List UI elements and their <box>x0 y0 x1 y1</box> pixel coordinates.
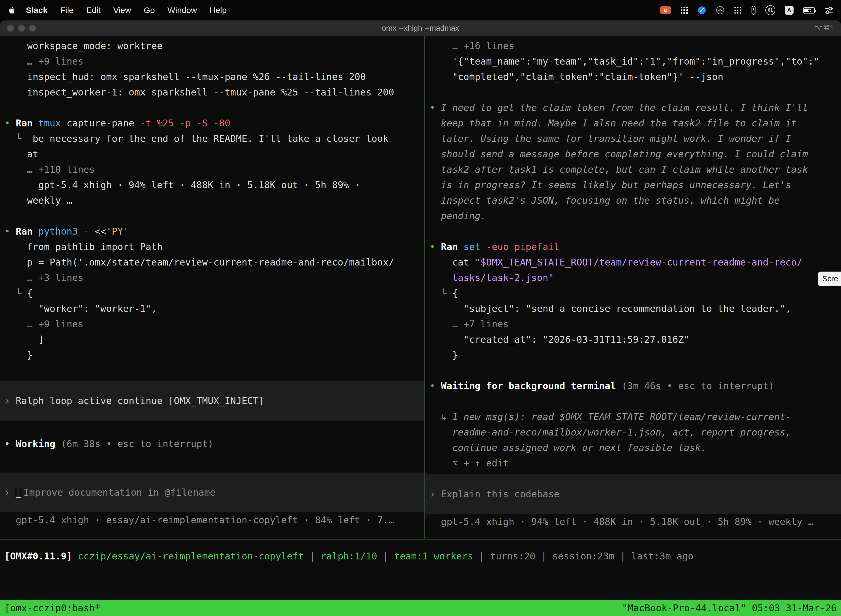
terminal-line <box>429 224 841 239</box>
window-titlebar: omx --xhigh --madmax ⌥⌘1 <box>0 21 841 36</box>
menu-edit[interactable]: Edit <box>86 6 101 15</box>
terminal-line <box>429 363 841 378</box>
apple-menu[interactable] <box>8 6 17 15</box>
terminal-line <box>429 393 841 409</box>
menu-view[interactable]: View <box>113 6 131 15</box>
terminal-line: … +110 lines <box>4 162 424 177</box>
terminal-line: tasks/task-2.json" <box>429 270 841 285</box>
terminal-line: at <box>4 146 424 162</box>
zoom-button[interactable] <box>29 25 36 31</box>
terminal-line: "created_at": "2026-03-31T11:59:27.816Z" <box>429 332 841 347</box>
terminal-line: └ be necessary for the end of the README… <box>4 131 424 146</box>
tmux-host-and-clock: "MacBook-Pro-44.local" 05:03 31-Mar-26 <box>622 603 837 613</box>
close-button[interactable] <box>7 25 14 31</box>
tmux-panes: workspace_mode: worktree … +9 lines insp… <box>0 36 841 539</box>
tmux-pane-left[interactable]: workspace_mode: worktree … +9 lines insp… <box>0 36 424 539</box>
screenshot-tooltip: Scre <box>818 271 841 286</box>
menu-help[interactable]: Help <box>210 6 227 15</box>
terminal-line: continue assigned work or next feasible … <box>429 440 841 455</box>
terminal-line <box>4 421 424 436</box>
terminal-line: inspect task2's JSON, focusing on the st… <box>429 193 841 208</box>
terminal-line <box>429 84 841 100</box>
terminal-line: • Ran tmux capture-pane -t %25 -p -S -80 <box>4 115 424 131</box>
blue-app-icon[interactable] <box>697 6 706 15</box>
terminal-line <box>4 363 424 378</box>
terminal-line: later. Using the same for transition mig… <box>429 131 841 146</box>
terminal-line: p = Path('.omx/state/team/review-current… <box>4 254 424 270</box>
tmux-status-bar: [omx-cczip0:bash* "MacBook-Pro-44.local"… <box>0 600 841 616</box>
terminal-line: • Ran set -euo pipefail <box>429 239 841 254</box>
dots-grid-icon[interactable] <box>734 6 742 14</box>
terminal-line: is in progress? It seems likely but perh… <box>429 177 841 193</box>
left-prompt-band[interactable]: › Improve documentation in @filename <box>0 472 424 512</box>
terminal-line: • Ran python3 - <<'PY' <box>4 224 424 239</box>
terminal-line: pending. <box>429 208 841 224</box>
dark-app-icon[interactable] <box>716 6 725 15</box>
terminal-line: • Working (6m 38s • esc to interrupt) <box>4 436 424 452</box>
terminal-line: ] <box>4 332 424 347</box>
terminal-line: gpt-5.4 xhigh · 94% left · 488K in · 5.1… <box>4 177 424 193</box>
terminal-line: • I need to get the claim token from the… <box>429 100 841 115</box>
terminal-line: } <box>429 347 841 363</box>
left-input-band[interactable]: › Ralph loop active continue [OMX_TMUX_I… <box>0 381 424 421</box>
right-prompt-band[interactable]: › Explain this codebase <box>425 474 841 514</box>
terminal-line: cat "$OMX_TEAM_STATE_ROOT/team/review-cu… <box>429 254 841 270</box>
terminal-line: • Waiting for background terminal (3m 46… <box>429 378 841 393</box>
terminal-line: … +7 lines <box>429 316 841 332</box>
app-menus: SlackFileEditViewGoWindowHelp <box>26 6 227 15</box>
menu-window[interactable]: Window <box>167 6 197 15</box>
input-source-icon[interactable]: A <box>785 6 794 15</box>
terminal-line <box>4 208 424 224</box>
menu-file[interactable]: File <box>60 6 73 15</box>
menu-bar-status-icons: 61 A <box>660 5 833 15</box>
tmux-pane-right[interactable]: … +16 lines '{"team_name":"my-team","tas… <box>425 36 841 539</box>
terminal-line: … +9 lines <box>4 316 424 332</box>
window-title: omx --xhigh --madmax <box>382 24 459 32</box>
terminal-line: gpt-5.4 xhigh · essay/ai-reimplementatio… <box>4 512 424 528</box>
terminal-line: ⌥ + ↑ edit <box>429 455 841 471</box>
panes-bottom-border <box>0 539 841 540</box>
terminal-line: … +16 lines <box>429 38 841 54</box>
terminal-line: … +3 lines <box>4 270 424 285</box>
keypad-icon[interactable] <box>680 6 688 14</box>
terminal-line <box>4 452 424 467</box>
terminal-line: keep that in mind. Maybe I also need the… <box>429 115 841 131</box>
terminal-line: workspace_mode: worktree <box>4 38 424 54</box>
apple-icon <box>8 6 16 14</box>
menu-bar: SlackFileEditViewGoWindowHelp 61 A <box>0 0 841 21</box>
menu-go[interactable]: Go <box>144 6 155 15</box>
terminal-line: └ { <box>429 285 841 301</box>
terminal-line: task2 after task1 is complete, but can I… <box>429 162 841 177</box>
input-source-value: A <box>785 6 794 15</box>
terminal-line: └ { <box>4 285 424 301</box>
terminal-line: inspect_hud: omx sparkshell --tmux-pane … <box>4 69 424 84</box>
menu-slack[interactable]: Slack <box>26 6 47 15</box>
screenshot-tooltip-text: Scre <box>822 274 838 283</box>
minimize-button[interactable] <box>18 25 25 31</box>
terminal-line: ↳ 1 new msg(s): read $OMX_TEAM_STATE_ROO… <box>429 409 841 424</box>
terminal-line: inspect_worker-1: omx sparkshell --tmux-… <box>4 84 424 100</box>
utility-app-icon[interactable] <box>751 6 756 15</box>
charging-bolt-icon <box>804 7 816 14</box>
battery-icon[interactable] <box>803 7 815 13</box>
record-indicator <box>660 6 671 14</box>
terminal-line: should send a message before completing … <box>429 146 841 162</box>
terminal-line: "subject": "send a concise recommendatio… <box>429 301 841 316</box>
terminal-line: readme-and-reco/mailbox/worker-1.json, a… <box>429 424 841 440</box>
battery-percent-badge[interactable]: 61 <box>765 5 775 15</box>
control-center-icon[interactable] <box>825 6 833 14</box>
terminal-line: from pathlib import Path <box>4 239 424 254</box>
battery-shape <box>803 7 815 13</box>
terminal-window: omx --xhigh --madmax ⌥⌘1 workspace_mode:… <box>0 21 841 616</box>
terminal-line: "completed","claim_token":"claim-token"}… <box>429 69 841 84</box>
text-cursor <box>16 487 21 498</box>
terminal-line: gpt-5.4 xhigh · 94% left · 488K in · 5.1… <box>429 514 841 529</box>
tmux-session-label: [omx-cczip0:bash* <box>4 603 100 613</box>
omx-status-line: [OMX#0.11.9] cczip/essay/ai-reimplementa… <box>4 549 841 564</box>
terminal-line <box>4 100 424 115</box>
terminal-line: weekly … <box>4 193 424 208</box>
terminal-line: '{"team_name":"my-team","task_id":"1","f… <box>429 54 841 69</box>
screen-recording-icon[interactable] <box>660 6 671 14</box>
terminal-line: … +9 lines <box>4 54 424 69</box>
traffic-lights <box>7 21 36 35</box>
